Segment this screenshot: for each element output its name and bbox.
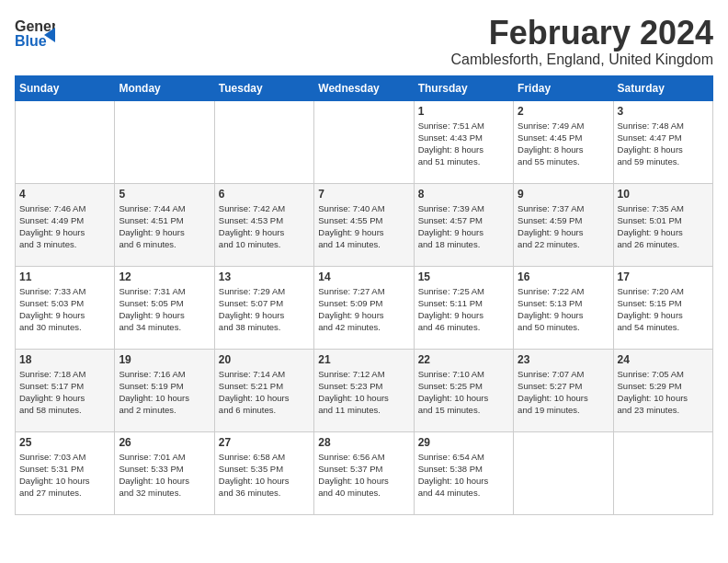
- day-content: Sunrise: 7:51 AM Sunset: 4:43 PM Dayligh…: [418, 120, 509, 168]
- header-day-monday: Monday: [115, 75, 214, 100]
- header-day-saturday: Saturday: [613, 75, 712, 100]
- day-content: Sunrise: 7:35 AM Sunset: 5:01 PM Dayligh…: [618, 202, 709, 251]
- header-day-sunday: Sunday: [16, 75, 115, 100]
- day-content: Sunrise: 7:25 AM Sunset: 5:11 PM Dayligh…: [418, 285, 509, 334]
- day-content: Sunrise: 7:33 AM Sunset: 5:03 PM Dayligh…: [19, 285, 110, 334]
- calendar-cell: [214, 100, 313, 183]
- day-number: 12: [119, 270, 210, 283]
- day-content: Sunrise: 7:44 AM Sunset: 4:51 PM Dayligh…: [119, 202, 210, 251]
- day-content: Sunrise: 7:31 AM Sunset: 5:05 PM Dayligh…: [119, 285, 210, 334]
- calendar-cell: [514, 431, 613, 514]
- day-number: 16: [518, 270, 609, 283]
- logo-icon: General Blue: [15, 15, 55, 50]
- logo: General Blue: [15, 15, 55, 50]
- calendar-cell: 21Sunrise: 7:12 AM Sunset: 5:23 PM Dayli…: [314, 349, 414, 431]
- calendar-cell: 26Sunrise: 7:01 AM Sunset: 5:33 PM Dayli…: [115, 431, 214, 514]
- day-content: Sunrise: 7:01 AM Sunset: 5:33 PM Dayligh…: [119, 451, 210, 500]
- calendar-cell: 17Sunrise: 7:20 AM Sunset: 5:15 PM Dayli…: [613, 266, 712, 349]
- calendar-cell: 5Sunrise: 7:44 AM Sunset: 4:51 PM Daylig…: [115, 183, 214, 266]
- day-content: Sunrise: 6:58 AM Sunset: 5:35 PM Dayligh…: [219, 451, 310, 500]
- day-content: Sunrise: 7:12 AM Sunset: 5:23 PM Dayligh…: [318, 368, 409, 417]
- day-number: 19: [119, 353, 210, 366]
- day-number: 23: [518, 353, 609, 366]
- title-section: February 2024 Camblesforth, England, Uni…: [451, 15, 714, 68]
- day-content: Sunrise: 7:29 AM Sunset: 5:07 PM Dayligh…: [219, 285, 310, 334]
- calendar-cell: 6Sunrise: 7:42 AM Sunset: 4:53 PM Daylig…: [214, 183, 313, 266]
- day-number: 11: [19, 270, 110, 283]
- calendar-cell: 24Sunrise: 7:05 AM Sunset: 5:29 PM Dayli…: [613, 349, 712, 431]
- day-number: 28: [318, 436, 409, 449]
- calendar-cell: 8Sunrise: 7:39 AM Sunset: 4:57 PM Daylig…: [414, 183, 513, 266]
- calendar-cell: 18Sunrise: 7:18 AM Sunset: 5:17 PM Dayli…: [16, 349, 115, 431]
- calendar-cell: 9Sunrise: 7:37 AM Sunset: 4:59 PM Daylig…: [514, 183, 613, 266]
- day-number: 27: [219, 436, 310, 449]
- day-content: Sunrise: 7:49 AM Sunset: 4:45 PM Dayligh…: [518, 120, 609, 168]
- day-content: Sunrise: 7:16 AM Sunset: 5:19 PM Dayligh…: [119, 368, 210, 417]
- day-content: Sunrise: 7:07 AM Sunset: 5:27 PM Dayligh…: [518, 368, 609, 417]
- day-number: 8: [418, 188, 509, 201]
- page-header: General Blue February 2024 Camblesforth,…: [15, 15, 713, 68]
- day-number: 20: [219, 353, 310, 366]
- day-content: Sunrise: 7:27 AM Sunset: 5:09 PM Dayligh…: [318, 285, 409, 334]
- day-number: 15: [418, 270, 509, 283]
- calendar-cell: 12Sunrise: 7:31 AM Sunset: 5:05 PM Dayli…: [115, 266, 214, 349]
- day-number: 13: [219, 270, 310, 283]
- calendar-cell: 23Sunrise: 7:07 AM Sunset: 5:27 PM Dayli…: [514, 349, 613, 431]
- calendar-cell: [115, 100, 214, 183]
- calendar-cell: 20Sunrise: 7:14 AM Sunset: 5:21 PM Dayli…: [214, 349, 313, 431]
- calendar-header-row: SundayMondayTuesdayWednesdayThursdayFrid…: [16, 75, 713, 100]
- day-number: 25: [19, 436, 110, 449]
- calendar-cell: [16, 100, 115, 183]
- day-number: 2: [518, 105, 609, 118]
- calendar-table: SundayMondayTuesdayWednesdayThursdayFrid…: [15, 75, 713, 515]
- calendar-cell: 25Sunrise: 7:03 AM Sunset: 5:31 PM Dayli…: [16, 431, 115, 514]
- calendar-cell: 10Sunrise: 7:35 AM Sunset: 5:01 PM Dayli…: [613, 183, 712, 266]
- calendar-cell: 15Sunrise: 7:25 AM Sunset: 5:11 PM Dayli…: [414, 266, 513, 349]
- calendar-cell: 16Sunrise: 7:22 AM Sunset: 5:13 PM Dayli…: [514, 266, 613, 349]
- day-number: 29: [418, 436, 509, 449]
- calendar-body: 1Sunrise: 7:51 AM Sunset: 4:43 PM Daylig…: [16, 100, 713, 514]
- day-content: Sunrise: 7:37 AM Sunset: 4:59 PM Dayligh…: [518, 202, 609, 251]
- day-content: Sunrise: 7:20 AM Sunset: 5:15 PM Dayligh…: [618, 285, 709, 334]
- day-content: Sunrise: 7:42 AM Sunset: 4:53 PM Dayligh…: [219, 202, 310, 251]
- calendar-cell: 27Sunrise: 6:58 AM Sunset: 5:35 PM Dayli…: [214, 431, 313, 514]
- day-content: Sunrise: 6:56 AM Sunset: 5:37 PM Dayligh…: [318, 451, 409, 500]
- calendar-cell: 4Sunrise: 7:46 AM Sunset: 4:49 PM Daylig…: [16, 183, 115, 266]
- day-number: 6: [219, 188, 310, 201]
- day-content: Sunrise: 7:48 AM Sunset: 4:47 PM Dayligh…: [618, 120, 709, 168]
- svg-text:Blue: Blue: [15, 33, 47, 49]
- day-content: Sunrise: 7:10 AM Sunset: 5:25 PM Dayligh…: [418, 368, 509, 417]
- day-content: Sunrise: 7:14 AM Sunset: 5:21 PM Dayligh…: [219, 368, 310, 417]
- calendar-cell: 7Sunrise: 7:40 AM Sunset: 4:55 PM Daylig…: [314, 183, 414, 266]
- calendar-week-row: 11Sunrise: 7:33 AM Sunset: 5:03 PM Dayli…: [16, 266, 713, 349]
- header-day-thursday: Thursday: [414, 75, 513, 100]
- day-number: 14: [318, 270, 409, 283]
- day-content: Sunrise: 7:18 AM Sunset: 5:17 PM Dayligh…: [19, 368, 110, 417]
- calendar-cell: 3Sunrise: 7:48 AM Sunset: 4:47 PM Daylig…: [613, 100, 712, 183]
- calendar-week-row: 25Sunrise: 7:03 AM Sunset: 5:31 PM Dayli…: [16, 431, 713, 514]
- day-content: Sunrise: 6:54 AM Sunset: 5:38 PM Dayligh…: [418, 451, 509, 500]
- calendar-cell: 13Sunrise: 7:29 AM Sunset: 5:07 PM Dayli…: [214, 266, 313, 349]
- header-day-wednesday: Wednesday: [314, 75, 414, 100]
- day-content: Sunrise: 7:39 AM Sunset: 4:57 PM Dayligh…: [418, 202, 509, 251]
- day-number: 22: [418, 353, 509, 366]
- day-content: Sunrise: 7:03 AM Sunset: 5:31 PM Dayligh…: [19, 451, 110, 500]
- day-number: 9: [518, 188, 609, 201]
- day-content: Sunrise: 7:46 AM Sunset: 4:49 PM Dayligh…: [19, 202, 110, 251]
- day-number: 4: [19, 188, 110, 201]
- header-day-tuesday: Tuesday: [214, 75, 313, 100]
- day-number: 17: [618, 270, 709, 283]
- day-number: 3: [618, 105, 709, 118]
- day-number: 24: [618, 353, 709, 366]
- calendar-cell: [613, 431, 712, 514]
- calendar-cell: [314, 100, 414, 183]
- day-content: Sunrise: 7:40 AM Sunset: 4:55 PM Dayligh…: [318, 202, 409, 251]
- day-content: Sunrise: 7:22 AM Sunset: 5:13 PM Dayligh…: [518, 285, 609, 334]
- calendar-cell: 14Sunrise: 7:27 AM Sunset: 5:09 PM Dayli…: [314, 266, 414, 349]
- month-title: February 2024: [451, 15, 714, 52]
- day-number: 5: [119, 188, 210, 201]
- day-number: 10: [618, 188, 709, 201]
- day-number: 18: [19, 353, 110, 366]
- calendar-week-row: 4Sunrise: 7:46 AM Sunset: 4:49 PM Daylig…: [16, 183, 713, 266]
- day-content: Sunrise: 7:05 AM Sunset: 5:29 PM Dayligh…: [618, 368, 709, 417]
